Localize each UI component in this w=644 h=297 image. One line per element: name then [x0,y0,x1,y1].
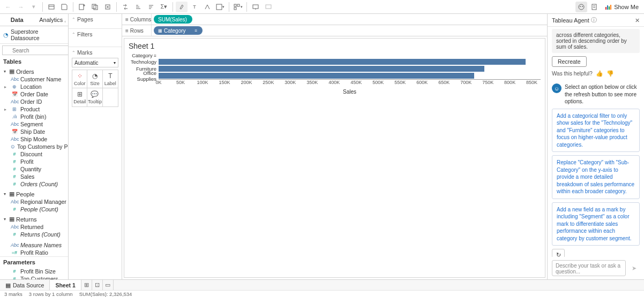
axis-tick: 200K [241,80,252,85]
sheet-title[interactable]: Sheet 1 [129,42,541,50]
send-button[interactable]: ➤ [628,262,640,274]
pill-category[interactable]: ▦Category≡ [154,26,203,35]
field-ship-mode[interactable]: AbcShip Mode [0,135,68,143]
pages-shelf[interactable]: ⌃Pages [72,16,118,22]
presentation-button[interactable] [250,2,261,12]
datasource-row[interactable]: ◔ Superstore Datasource [0,26,68,44]
field-people-count-[interactable]: #People (Count) [0,205,68,213]
field-product[interactable]: ▸⊞Product [0,105,68,113]
show-cards-button[interactable]: ▾ [232,2,244,12]
agent-option-3[interactable]: Add a new field as a mark by including "… [552,202,640,246]
field-returns-count-[interactable]: #Returns (Count) [0,231,68,238]
thumbs-down-button[interactable]: 👎 [606,70,614,77]
status-sum: SUM(Sales): 2,326,534 [79,291,132,297]
field-profit[interactable]: #Profit [0,158,68,165]
top-toolbar: ← → ▾ Σ▾ T ▾ ▾ Show Me [0,0,644,14]
show-me-button[interactable]: Show Me [601,3,642,11]
agent-option-2[interactable]: Replace "Category" with "Sub-Category" o… [552,155,640,199]
rows-shelf[interactable]: ▦Category≡ [152,25,547,36]
svg-rect-26 [592,4,596,10]
redo-button[interactable]: → [15,2,27,12]
field-order-id[interactable]: AbcOrder ID [0,98,68,105]
svg-point-23 [579,4,584,10]
field-sales[interactable]: #Sales [0,173,68,180]
bar-label: Technology [129,59,159,65]
mark-size[interactable]: ◔Size [87,70,102,88]
thumbs-up-button[interactable]: 👍 [596,70,603,77]
agent-option-1[interactable]: Add a categorical filter to only show sa… [552,109,640,153]
mark-label[interactable]: TLabel [103,70,118,88]
axis-tick: 700K [460,80,471,85]
field-type-icon: # [11,232,18,237]
field-ship-date[interactable]: 📅Ship Date [0,128,68,135]
bar[interactable] [159,66,484,72]
totals-button[interactable]: Σ▾ [158,2,170,12]
labels-button[interactable]: T [189,2,200,12]
pill-sum-sales[interactable]: SUM(Sales) [154,15,192,24]
close-agent-button[interactable]: ✕ [635,17,640,24]
format-button[interactable] [201,2,213,12]
refresh-options-button[interactable]: ↻ [552,249,565,257]
marks-type-dropdown[interactable]: Automatic▾ [72,58,118,67]
mark-color[interactable]: ⁘Color [72,70,87,88]
bar-label: Office Supplies [129,70,159,82]
columns-shelf[interactable]: SUM(Sales) [152,14,547,25]
mark-tooltip[interactable]: 💬Tooltip [87,88,102,106]
duplicate-button[interactable] [89,2,101,12]
new-story-button[interactable]: ▭ [103,280,114,290]
field-profit-bin-size[interactable]: #Profit Bin Size [0,268,68,275]
bar[interactable] [159,59,526,65]
new-dashboard-button[interactable]: ⊡ [92,280,103,290]
field-location[interactable]: ▸⊕Location [0,83,68,90]
save-button[interactable] [58,2,70,12]
field-orders-count-[interactable]: #Orders (Count) [0,180,68,188]
recreate-button[interactable]: Recreate [552,56,587,67]
category-header[interactable]: Category ≡ [129,52,159,58]
svg-point-25 [582,6,583,7]
table-people[interactable]: ▾▦People [0,190,68,198]
table-icon: ▦ [9,191,14,197]
x-axis: 0K50K100K150K200K250K300K350K400K450K500… [159,79,541,87]
swap-button[interactable] [119,2,131,12]
field-customer-name[interactable]: AbcCustomer Name [0,75,68,83]
info-icon[interactable]: ⓘ [591,16,597,24]
field-returned[interactable]: AbcReturned [0,223,68,231]
search-input[interactable] [2,45,69,55]
new-datasource-button[interactable] [46,2,57,12]
new-sheet-button[interactable]: ⊞ [81,280,92,290]
share-button[interactable] [263,2,274,12]
field-profit-ratio[interactable]: =#Profit Ratio [0,249,68,256]
tab-sheet-1[interactable]: Sheet 1 [50,280,81,290]
table-orders[interactable]: ▾▦Orders [0,67,68,75]
field-profit-bin-[interactable]: .ılıProfit (bin) [0,113,68,120]
field-regional-manager[interactable]: AbcRegional Manager [0,198,68,205]
sort-asc-button[interactable] [132,2,144,12]
bar[interactable] [159,73,474,79]
sort-desc-button[interactable] [145,2,157,12]
data-guide-button[interactable] [588,2,600,12]
tables-header: Tables [0,57,68,66]
tab-data-source[interactable]: ▦Data Source [0,280,50,290]
highlight-button[interactable] [176,2,188,12]
new-worksheet-button[interactable] [76,2,88,12]
field-quantity[interactable]: #Quantity [0,165,68,173]
tab-analytics[interactable]: Analytics‹ [34,14,69,26]
fit-button[interactable]: ▾ [214,2,226,12]
field-measure-names[interactable]: AbcMeasure Names [0,241,68,249]
field-segment[interactable]: AbcSegment [0,120,68,128]
mark-detail[interactable]: ⊞Detail [72,88,87,106]
redo-dropdown[interactable]: ▾ [28,2,40,12]
field-top-customers[interactable]: #Top Customers [0,275,68,279]
tableau-agent-toggle[interactable] [575,2,587,12]
tab-data[interactable]: Data [0,14,34,26]
filters-shelf[interactable]: ⌃Filters [72,31,118,37]
columns-label: ≡Columns [122,14,152,25]
clear-button[interactable] [102,2,114,12]
table-returns[interactable]: ▾▦Returns [0,215,68,223]
agent-input[interactable]: Describe your task or ask a question... [552,260,626,276]
field-discount[interactable]: #Discount [0,150,68,158]
field-type-icon: 📅 [11,92,18,97]
undo-button[interactable]: ← [2,2,14,12]
field-top-customers-by-p-[interactable]: ⊙Top Customers by P… [0,143,68,150]
field-order-date[interactable]: 📅Order Date [0,90,68,98]
